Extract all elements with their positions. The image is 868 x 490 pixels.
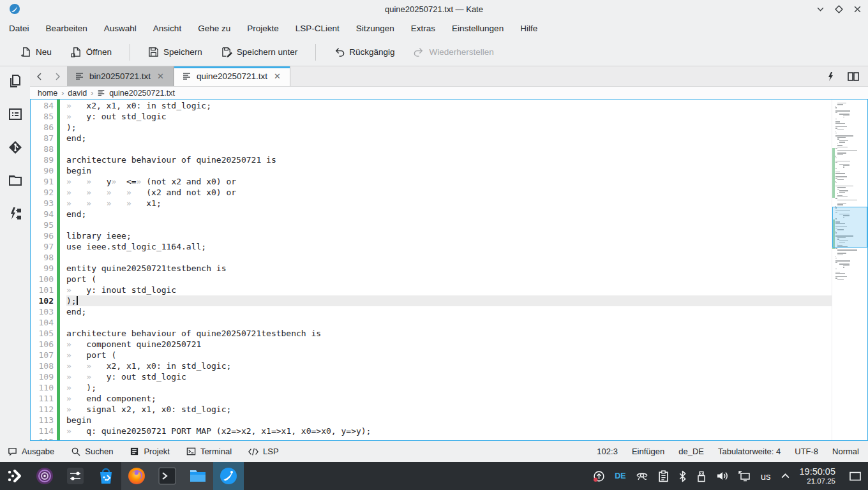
code-line[interactable]: 92» » » » (x2 and not x0) or (31, 187, 867, 198)
code-line[interactable]: 104 (31, 317, 867, 328)
privacy-eye-tray-icon[interactable] (636, 470, 648, 482)
menu-sitzungen[interactable]: Sitzungen (356, 24, 394, 33)
code-line[interactable]: 103end; (31, 306, 867, 317)
quick-open-icon[interactable] (826, 71, 835, 82)
menu-ansicht[interactable]: Ansicht (153, 24, 181, 33)
code-line[interactable]: 105architecture behaviour of quine202507… (31, 328, 867, 339)
code-line[interactable]: 113begin (31, 415, 867, 426)
code-line[interactable]: 107» port ( (31, 350, 867, 360)
network-tray-icon[interactable] (738, 470, 751, 482)
sidebar-git-button[interactable] (6, 138, 25, 157)
output-toggle[interactable]: Ausgabe (8, 447, 54, 456)
menu-hilfe[interactable]: Hilfe (520, 24, 537, 33)
removable-device-tray-icon[interactable] (696, 470, 707, 482)
back-button[interactable] (35, 72, 44, 81)
sidebar-filesystem-button[interactable] (6, 171, 25, 190)
close-button[interactable] (853, 5, 862, 13)
dolphin-button[interactable] (183, 462, 213, 490)
tray-expander-chevron-icon[interactable] (781, 473, 790, 479)
save-button[interactable]: Speichern (143, 43, 207, 61)
updates-tray-icon[interactable] (593, 470, 605, 482)
menu-extras[interactable]: Extras (411, 24, 435, 33)
highlight-mode[interactable]: Normal (832, 447, 859, 456)
breadcrumb-david[interactable]: david (68, 89, 87, 98)
sidebar-documents-button[interactable] (6, 71, 25, 91)
code-area[interactable]: 84» x2, x1, x0: in std_logic;85» y: out … (31, 100, 867, 441)
system-settings-button[interactable] (60, 462, 91, 490)
code-line[interactable]: 115 (31, 436, 867, 441)
dictionary[interactable]: de_DE (678, 447, 704, 456)
menu-datei[interactable]: Datei (9, 24, 29, 33)
show-desktop-button[interactable] (849, 471, 862, 482)
clipboard-tray-icon[interactable] (658, 470, 669, 482)
code-line[interactable]: 98 (31, 252, 867, 263)
code-line[interactable]: 99entity quine20250721testbench is (31, 263, 867, 274)
keyboard-layout[interactable]: us (761, 471, 771, 482)
code-line[interactable]: 88 (31, 144, 867, 154)
keyboard-badge[interactable]: DE (615, 471, 625, 480)
code-line[interactable]: 85» y: out std_logic (31, 111, 867, 122)
terminal-toggle[interactable]: Terminal (186, 447, 232, 456)
breadcrumb-file[interactable]: quine20250721.txt (109, 89, 175, 98)
open-button[interactable]: Öffnen (66, 43, 117, 61)
menu-projekte[interactable]: Projekte (247, 24, 279, 33)
application-launcher-button[interactable] (0, 462, 29, 490)
split-view-icon[interactable] (848, 71, 859, 82)
code-line[interactable]: 87end; (31, 133, 867, 144)
project-toggle[interactable]: Projekt (130, 447, 169, 456)
firefox-button[interactable] (121, 462, 152, 490)
lsp-toggle[interactable]: LSP (248, 447, 279, 456)
code-line[interactable]: 96library ieee; (31, 230, 867, 241)
menu-bearbeiten[interactable]: Bearbeiten (46, 24, 87, 33)
tab-bin20250721[interactable]: bin20250721.txt ✕ (67, 66, 174, 86)
code-line[interactable]: 84» x2, x1, x0: in std_logic; (31, 100, 867, 111)
sidebar-external-tools-button[interactable] (6, 204, 25, 223)
code-line[interactable]: 100port ( (31, 274, 867, 285)
maximize-button[interactable] (835, 5, 843, 13)
menu-einstellungen[interactable]: Einstellungen (452, 24, 504, 33)
code-line[interactable]: 101» y: inout std_logic (31, 285, 867, 295)
editor-view[interactable]: 84» x2, x1, x0: in std_logic;85» y: out … (30, 99, 868, 441)
undo-button[interactable]: Rückgängig (329, 43, 400, 61)
tor-browser-button[interactable] (29, 462, 60, 490)
save-as-button[interactable]: Speichern unter (216, 43, 303, 61)
bluetooth-tray-icon[interactable] (678, 470, 687, 482)
cursor-position[interactable]: 102:3 (597, 447, 618, 456)
tab-close-icon[interactable]: ✕ (156, 71, 165, 81)
insert-mode[interactable]: Einfügen (632, 447, 664, 456)
code-line[interactable]: 111» end component; (31, 393, 867, 404)
forward-button[interactable] (53, 72, 62, 81)
discover-button[interactable] (91, 462, 121, 490)
tab-quine20250721[interactable]: quine20250721.txt ✕ (174, 66, 290, 86)
code-line[interactable]: 89architecture behaviour of quine2025072… (31, 154, 867, 165)
code-line[interactable]: 114» q: quine20250721 PORT MAP (x2=>x2, … (31, 426, 867, 436)
search-toggle[interactable]: Suchen (71, 447, 113, 456)
code-line[interactable]: 102); (31, 295, 867, 306)
code-line[interactable]: 110» ); (31, 382, 867, 393)
code-line[interactable]: 86); (31, 122, 867, 133)
minimap-scrollbar[interactable] (832, 100, 867, 440)
digital-clock[interactable]: 19:50:05 21.07.25 (800, 466, 835, 485)
menu-lsp-client[interactable]: LSP-CLient (296, 24, 340, 33)
code-line[interactable]: 91» » y» <=» (not x2 and x0) or (31, 176, 867, 187)
code-line[interactable]: 90begin (31, 165, 867, 176)
code-line[interactable]: 95 (31, 219, 867, 230)
konsole-button[interactable] (152, 462, 183, 490)
code-line[interactable]: 108» » x2, x1, x0: in std_logic; (31, 360, 867, 371)
encoding[interactable]: UTF-8 (795, 447, 818, 456)
kate-button[interactable] (213, 462, 244, 490)
minimap-viewport[interactable] (832, 207, 867, 248)
minimize-button[interactable] (816, 5, 825, 13)
new-button[interactable]: Neu (15, 43, 57, 61)
redo-button[interactable]: Wiederherstellen (408, 43, 498, 61)
tab-width[interactable]: Tabulatorweite: 4 (718, 447, 781, 456)
code-line[interactable]: 106» component quine20250721 (31, 339, 867, 350)
volume-tray-icon[interactable] (716, 470, 729, 482)
code-line[interactable]: 112» signal x2, x1, x0: std_logic; (31, 404, 867, 415)
code-line[interactable]: 93» » » » x1; (31, 198, 867, 209)
code-line[interactable]: 97use ieee.std_logic_1164.all; (31, 241, 867, 252)
code-line[interactable]: 109» » y: out std_logic (31, 371, 867, 382)
sidebar-symbols-button[interactable] (6, 105, 25, 124)
menu-auswahl[interactable]: Auswahl (104, 24, 137, 33)
code-line[interactable]: 94end; (31, 209, 867, 219)
